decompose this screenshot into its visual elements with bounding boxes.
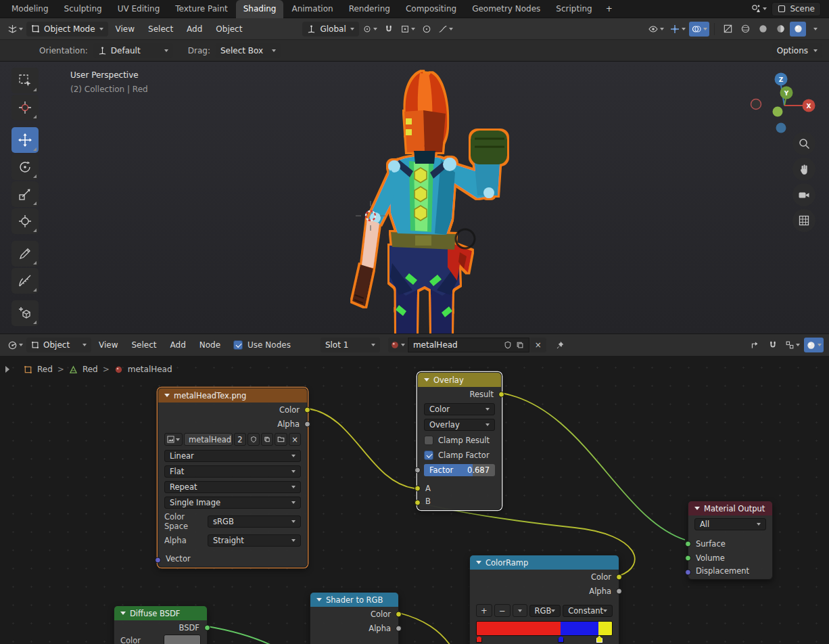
socket-color-output[interactable] (396, 611, 402, 617)
node-snap-button[interactable] (765, 338, 781, 352)
navigation-gizmo[interactable]: Z Y X (748, 67, 818, 135)
color-swatch-field[interactable] (164, 635, 201, 644)
tab-scripting[interactable]: Scripting (548, 0, 599, 18)
shading-material-button[interactable] (772, 22, 788, 37)
snap-node-target-button[interactable] (783, 338, 802, 352)
ramp-interpolation-dropdown[interactable]: Constant (563, 605, 613, 617)
socket-color-output[interactable] (304, 407, 310, 413)
tool-cursor[interactable] (11, 95, 39, 120)
scene-selector[interactable]: Scene (772, 2, 821, 16)
collapse-icon[interactable] (476, 561, 481, 564)
menu-node[interactable]: Node (193, 338, 227, 352)
character-model[interactable] (298, 62, 541, 334)
menu-select[interactable]: Select (125, 338, 162, 352)
axis-x[interactable]: X (803, 99, 815, 112)
color-ramp-widget[interactable] (476, 621, 613, 636)
socket-alpha-output[interactable] (616, 588, 622, 594)
socket-alpha-output[interactable] (396, 625, 402, 631)
pan-button[interactable] (792, 158, 815, 181)
add-workspace-button[interactable]: + (600, 0, 618, 18)
viewport-3d[interactable]: User Perspective (2) Collection | Red (0, 61, 829, 334)
node-color-ramp[interactable]: ColorRamp Color Alpha + − RGB Constant (469, 555, 619, 644)
unlink-material-button[interactable]: × (530, 338, 546, 352)
collapse-icon[interactable] (164, 394, 170, 397)
fake-user-button[interactable] (247, 433, 260, 446)
mode-selector[interactable]: Object Mode (26, 22, 108, 37)
node-material-output[interactable]: Material Output All Surface Volume Displ… (688, 501, 773, 580)
alpha-mode-dropdown[interactable]: Straight (208, 534, 301, 547)
browse-material-button[interactable] (388, 338, 407, 352)
breadc-object[interactable]: Red (37, 365, 53, 374)
menu-add[interactable]: Add (181, 22, 208, 36)
use-nodes-toggle[interactable]: Use Nodes (233, 340, 291, 350)
socket-result-output[interactable] (498, 391, 504, 397)
shader-preview-button[interactable] (804, 338, 824, 352)
falloff-button[interactable] (436, 22, 455, 37)
tab-rendering[interactable]: Rendering (341, 0, 398, 18)
browse-image-button[interactable] (164, 433, 183, 446)
collapse-icon[interactable] (694, 507, 700, 510)
node-editor[interactable]: Red > Red > metalHead (0, 356, 829, 644)
xray-toggle-button[interactable] (719, 22, 736, 37)
breadcrumb-material[interactable]: metalHead (128, 365, 172, 374)
socket-alpha-output[interactable] (304, 421, 310, 427)
shading-dropdown-button[interactable] (807, 22, 824, 37)
projection-dropdown[interactable]: Flat (164, 465, 301, 478)
socket-volume-input[interactable] (685, 555, 691, 561)
ramp-stop[interactable] (476, 636, 482, 643)
shader-type-selector[interactable]: Object (26, 338, 91, 352)
menu-select[interactable]: Select (142, 22, 179, 36)
tool-select-box[interactable] (11, 68, 39, 93)
socket-vector-input[interactable] (155, 557, 161, 563)
interpolation-dropdown[interactable]: Linear (164, 450, 301, 462)
factor-slider[interactable]: Factor 0.687 (424, 464, 495, 476)
editor-type-button[interactable] (5, 22, 25, 37)
tab-uv-editing[interactable]: UV Editing (110, 0, 168, 18)
socket-b-input[interactable] (414, 499, 421, 505)
axis-neg-z[interactable] (776, 123, 786, 133)
node-shader-to-rgb[interactable]: Shader to RGB Color Alpha (310, 592, 399, 644)
socket-bsdf-output[interactable] (204, 624, 210, 630)
tool-move[interactable] (11, 127, 39, 153)
snap-toggle-button[interactable] (381, 22, 397, 37)
color-space-dropdown[interactable]: sRGB (208, 515, 301, 528)
node-header[interactable]: Overlay (418, 373, 501, 387)
shading-rendered-button[interactable] (790, 22, 806, 37)
node-header[interactable]: metalHeadTex.png (158, 388, 307, 402)
collapse-icon[interactable] (424, 378, 429, 382)
extension-dropdown[interactable]: Repeat (164, 481, 301, 493)
menu-view[interactable]: View (93, 338, 124, 352)
go-to-parent-button[interactable] (747, 338, 763, 352)
unlink-image-button[interactable]: × (289, 433, 301, 446)
open-image-button[interactable] (275, 433, 287, 446)
tool-rotate[interactable] (11, 154, 39, 180)
shader-editor-type-button[interactable] (5, 338, 25, 352)
tool-add-cube[interactable] (11, 300, 39, 326)
axis-y[interactable]: Y (780, 87, 793, 99)
browse-scene-button[interactable] (749, 1, 769, 16)
tab-modeling[interactable]: Modeling (4, 0, 56, 18)
tab-texture-paint[interactable]: Texture Paint (168, 0, 235, 18)
axis-z[interactable]: Z (775, 73, 788, 86)
ramp-options-button[interactable] (513, 604, 527, 617)
image-users-button[interactable]: 2 (234, 433, 246, 446)
data-type-dropdown[interactable]: Color (424, 403, 495, 415)
drag-dropdown[interactable]: Select Box (216, 43, 281, 58)
copy-icon[interactable] (516, 341, 524, 349)
output-target-dropdown[interactable]: All (694, 518, 766, 530)
color-mode-dropdown[interactable]: RGB (529, 605, 561, 617)
checkbox-checked[interactable] (233, 340, 243, 350)
source-dropdown[interactable]: Single Image (164, 497, 301, 509)
show-overlays-button[interactable] (689, 22, 709, 37)
checkbox-unchecked[interactable] (424, 436, 433, 445)
breadcrumb-data[interactable]: Red (82, 365, 98, 374)
socket-a-input[interactable] (414, 485, 421, 491)
pin-button[interactable] (552, 338, 568, 352)
show-gizmo-button[interactable] (667, 22, 688, 37)
object-visibility-button[interactable] (646, 22, 666, 37)
camera-view-button[interactable] (792, 183, 815, 206)
tool-scale[interactable] (11, 181, 39, 207)
tab-geometry-nodes[interactable]: Geometry Nodes (465, 0, 548, 18)
orientation-dropdown[interactable]: Default (93, 43, 173, 58)
material-slot-selector[interactable]: Slot 1 (321, 338, 380, 352)
